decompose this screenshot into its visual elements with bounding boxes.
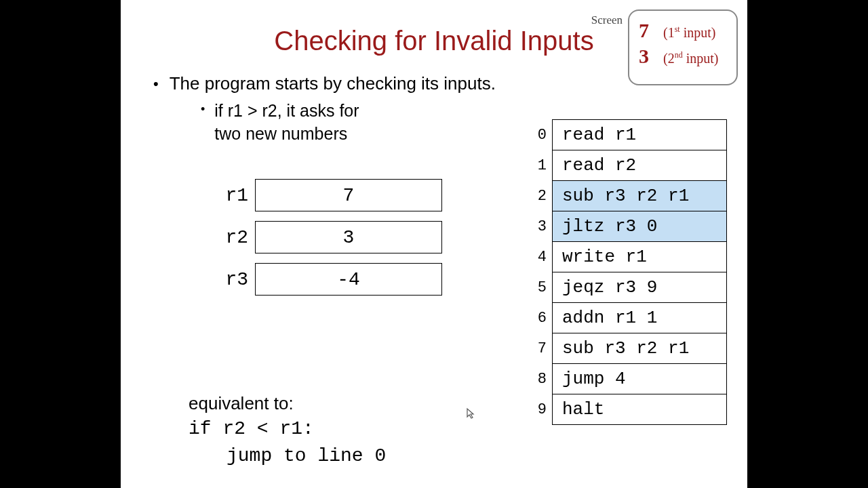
code-row: 1read r2 <box>537 150 727 181</box>
code-row: 2sub r3 r2 r1 <box>537 181 727 211</box>
code-index: 3 <box>537 211 553 242</box>
code-instruction: sub r3 r2 r1 <box>553 333 727 364</box>
code-instruction: jeqz r3 9 <box>553 272 727 303</box>
code-row: 0read r1 <box>537 120 727 150</box>
code-row: 3jltz r3 0 <box>537 211 727 242</box>
screen-row: 3(2nd input) <box>639 45 728 68</box>
register-name: r2 <box>214 227 248 248</box>
code-row: 5jeqz r3 9 <box>537 272 727 303</box>
screen-box: 7(1st input)3(2nd input) <box>628 9 738 85</box>
screen-row: 7(1st input) <box>639 19 728 42</box>
bullet-2: • if r1 > r2, it asks for two new number… <box>201 99 496 145</box>
register-value: 3 <box>255 221 442 253</box>
screen-value: 7 <box>639 19 663 42</box>
code-index: 8 <box>537 364 553 394</box>
code-index: 4 <box>537 242 553 272</box>
cursor-icon <box>464 407 477 424</box>
code-index: 0 <box>537 120 553 150</box>
equiv-code-1: if r2 < r1: <box>189 415 386 443</box>
bullet-1: • The program starts by checking its inp… <box>153 73 496 95</box>
code-index: 7 <box>537 333 553 364</box>
code-instruction: read r1 <box>553 120 727 150</box>
code-index: 6 <box>537 303 553 333</box>
code-instruction: jltz r3 0 <box>553 211 727 242</box>
code-index: 1 <box>537 150 553 181</box>
code-index: 2 <box>537 181 553 211</box>
register-name: r1 <box>214 185 248 206</box>
code-row: 7sub r3 r2 r1 <box>537 333 727 364</box>
code-row: 6addn r1 1 <box>537 303 727 333</box>
screen-input-label: (2nd input) <box>663 50 718 66</box>
code-instruction: sub r3 r2 r1 <box>553 181 727 211</box>
code-instruction: read r2 <box>553 150 727 181</box>
register-row: r17 <box>214 179 442 211</box>
register-value: -4 <box>255 263 442 296</box>
equiv-label: equivalent to: <box>189 393 386 414</box>
register-table: r17r23r3-4 <box>214 179 442 305</box>
code-instruction: jump 4 <box>553 364 727 394</box>
code-row: 4write r1 <box>537 242 727 272</box>
slide: Checking for Invalid Inputs • The progra… <box>121 0 747 488</box>
code-instruction: addn r1 1 <box>553 303 727 333</box>
code-row: 8jump 4 <box>537 364 727 394</box>
register-name: r3 <box>214 269 248 290</box>
code-instruction: halt <box>553 394 727 425</box>
bullet-list: • The program starts by checking its inp… <box>153 73 496 145</box>
screen-label: Screen <box>591 14 623 27</box>
code-index: 9 <box>537 394 553 425</box>
code-index: 5 <box>537 272 553 303</box>
code-row: 9halt <box>537 394 727 425</box>
code-instruction: write r1 <box>553 242 727 272</box>
equiv-code-2: jump to line 0 <box>226 443 386 470</box>
code-table: 0read r11read r22sub r3 r2 r13jltz r3 04… <box>537 119 727 425</box>
equivalent-block: equivalent to: if r2 < r1: jump to line … <box>189 393 386 470</box>
bullet-dot-icon: • <box>201 99 205 119</box>
bullet-2-text: if r1 > r2, it asks for two new numbers <box>214 99 359 145</box>
register-row: r3-4 <box>214 263 442 296</box>
bullet-1-text: The program starts by checking its input… <box>170 73 496 94</box>
bullet-dot-icon: • <box>153 73 159 95</box>
screen-input-label: (1st input) <box>663 24 715 41</box>
register-value: 7 <box>255 179 442 211</box>
register-row: r23 <box>214 221 442 253</box>
screen-value: 3 <box>639 45 663 68</box>
